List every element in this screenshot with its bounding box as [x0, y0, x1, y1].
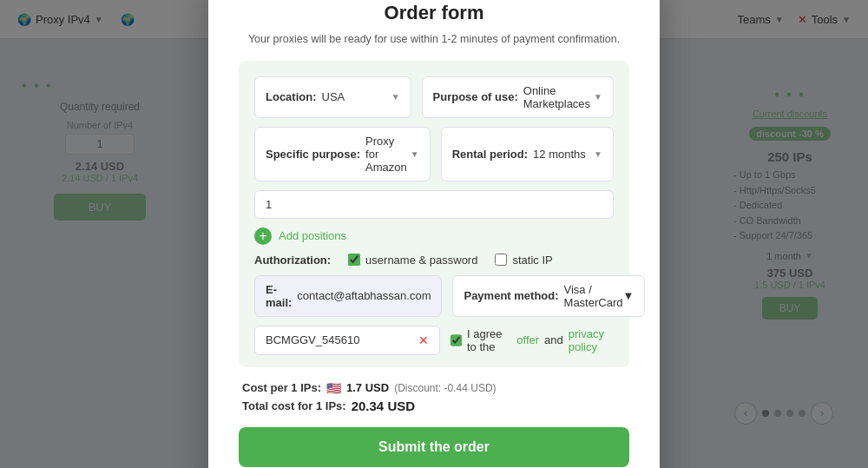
add-positions-button[interactable]: + Add positions: [254, 227, 614, 245]
total-label: Total cost for 1 IPs:: [242, 399, 346, 412]
static-ip-checkbox[interactable]: [495, 254, 507, 266]
location-chevron-icon: ▼: [391, 92, 400, 102]
agree-text: I agree to the: [467, 327, 511, 353]
username-password-label: username & password: [365, 254, 477, 267]
email-field: E-mail: contact@aftabhassan.com: [254, 275, 442, 317]
payment-label: Payment method:: [464, 289, 558, 302]
order-form-modal: × Order form Your proxies will be ready …: [208, 0, 660, 468]
promo-input[interactable]: [266, 333, 418, 346]
add-positions-label: Add positions: [279, 229, 346, 242]
total-cost-line: Total cost for 1 IPs: 20.34 USD: [242, 399, 626, 413]
modal-title: Order form: [239, 2, 629, 24]
rental-period-field: Rental period: 12 months ▼: [441, 127, 614, 181]
cost-per-amount: 1.7 USD: [346, 381, 389, 394]
specific-chevron-icon: ▼: [411, 149, 419, 159]
payment-chevron-icon: ▼: [622, 289, 634, 302]
offer-link[interactable]: offer: [516, 333, 539, 346]
form-container: Location: USA ▼ Purpose of use: Online M…: [239, 61, 629, 367]
rental-chevron-icon: ▼: [594, 149, 602, 159]
payment-field: Payment method: Visa / MasterCard ▼: [452, 275, 645, 317]
modal-subtitle: Your proxies will be ready for use withi…: [239, 33, 629, 45]
auth-label: Authorization:: [254, 254, 331, 267]
location-label: Location:: [266, 90, 317, 103]
agree-checkbox[interactable]: [450, 334, 462, 346]
location-value[interactable]: USA: [322, 90, 388, 103]
specific-rental-row: Specific purpose: Proxy for Amazon ▼ Ren…: [254, 127, 614, 181]
cost-per-line: Cost per 1 IPs: 🇺🇸 1.7 USD (Discount: -0…: [242, 381, 626, 395]
rental-value[interactable]: 12 months: [533, 148, 590, 161]
auth-static-ip-checkbox[interactable]: static IP: [495, 254, 552, 267]
rental-label: Rental period:: [452, 148, 528, 161]
location-field: Location: USA ▼: [254, 76, 411, 118]
promo-clear-icon[interactable]: ✕: [418, 333, 429, 347]
purpose-value[interactable]: Online Marketplaces: [523, 84, 590, 110]
email-payment-row: E-mail: contact@aftabhassan.com Payment …: [254, 275, 614, 317]
purpose-label: Purpose of use:: [433, 90, 518, 103]
specific-label: Specific purpose:: [266, 148, 360, 161]
add-icon: +: [254, 227, 272, 245]
email-label: E-mail:: [266, 283, 292, 309]
modal-close-button[interactable]: ×: [635, 0, 646, 3]
username-password-checkbox[interactable]: [348, 254, 360, 266]
payment-value[interactable]: Visa / MasterCard: [564, 283, 623, 309]
privacy-link[interactable]: privacy policy: [569, 327, 614, 353]
purpose-chevron-icon: ▼: [594, 92, 602, 102]
email-value: contact@aftabhassan.com: [297, 289, 431, 302]
total-amount: 20.34 USD: [352, 399, 415, 413]
quantity-row: [254, 190, 614, 219]
promo-code-field: ✕: [254, 326, 440, 355]
flag-icon: 🇺🇸: [326, 381, 341, 395]
specific-purpose-field: Specific purpose: Proxy for Amazon ▼: [254, 127, 431, 181]
auth-row: Authorization: username & password stati…: [254, 254, 614, 267]
agree-checkbox-wrap: I agree to the offer and privacy policy: [450, 327, 614, 353]
cost-section: Cost per 1 IPs: 🇺🇸 1.7 USD (Discount: -0…: [239, 381, 629, 413]
location-purpose-row: Location: USA ▼ Purpose of use: Online M…: [254, 76, 614, 118]
static-ip-label: static IP: [512, 254, 552, 267]
cost-discount: (Discount: -0.44 USD): [394, 382, 496, 394]
modal-backdrop: × Order form Your proxies will be ready …: [0, 0, 868, 468]
submit-order-button[interactable]: Submit the order: [239, 427, 629, 467]
purpose-field: Purpose of use: Online Marketplaces ▼: [422, 76, 614, 118]
promo-agree-row: ✕ I agree to the offer and privacy polic…: [254, 326, 614, 355]
auth-username-checkbox[interactable]: username & password: [348, 254, 477, 267]
quantity-input[interactable]: [254, 190, 614, 219]
cost-per-label: Cost per 1 IPs:: [242, 381, 321, 394]
specific-value[interactable]: Proxy for Amazon: [365, 135, 407, 174]
